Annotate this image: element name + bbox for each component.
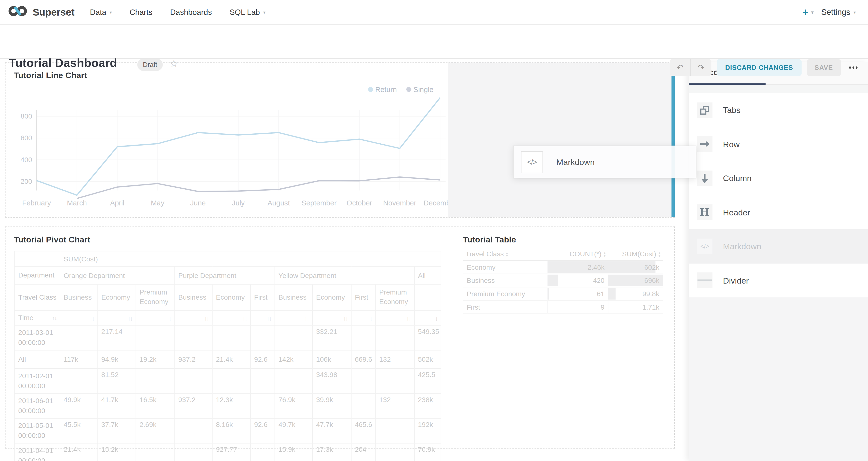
pivot-value-cell (250, 393, 275, 418)
active-tab-underline (689, 83, 766, 85)
pivot-value-cell: 502k (414, 350, 441, 369)
svg-text:June: June (190, 199, 206, 207)
component-item-header[interactable]: HHeader (689, 195, 868, 229)
nav-right: + ▾ Settings ▾ (802, 6, 868, 18)
header-icon: H (697, 205, 713, 220)
pivot-value-cell (60, 369, 98, 393)
pivot-subcolumn-header: Premium Economy (376, 284, 414, 310)
pivot-value-cell: 12.3k (212, 393, 250, 418)
favorite-star-icon[interactable]: ☆ (169, 58, 178, 70)
divider-icon (697, 273, 713, 288)
sort-icon[interactable]: ↑↓ (368, 315, 372, 321)
pivot-subcolumn-header: Business (60, 284, 98, 310)
pivot-value-cell: 927.77 (212, 443, 250, 461)
dragged-markdown-card[interactable]: </> Markdown (513, 146, 696, 178)
chevron-down-icon: ▾ (811, 10, 813, 14)
pivot-value-cell (250, 326, 275, 350)
pivot-value-cell: 669.6 (351, 350, 375, 369)
pivot-value-cell (60, 326, 98, 350)
pivot-value-cell (136, 326, 175, 350)
more-options-button[interactable] (849, 67, 858, 69)
sort-icon[interactable]: ↑↓ (242, 315, 247, 321)
settings-menu[interactable]: Settings ▾ (821, 8, 856, 17)
pivot-value-cell: 16.5k (136, 393, 175, 418)
pivot-time-header[interactable]: Time↑↓ (14, 310, 60, 325)
pivot-value-cell: 49.9k (60, 393, 98, 418)
line-chart-svg: 200400600800FebruaryMarchAprilMayJuneJul… (6, 81, 448, 215)
pivot-value-cell: 39.9k (312, 393, 351, 418)
sort-icon[interactable]: ↑↓ (343, 315, 347, 321)
sort-icon[interactable]: ↑↓ (52, 315, 57, 321)
pivot-value-cell: 142k (275, 350, 312, 369)
chart-title: Tutorial Line Chart (14, 70, 87, 80)
component-item-markdown[interactable]: </>Markdown (689, 229, 868, 264)
sort-icon[interactable]: ↑↓ (204, 315, 209, 321)
pivot-all-header: All (414, 267, 441, 284)
pivot-value-cell: 549.35 (414, 326, 441, 350)
save-button[interactable]: SAVE (807, 59, 841, 76)
chevron-down-icon: ▾ (854, 10, 856, 14)
pivot-corner (14, 251, 60, 267)
component-item-column[interactable]: Column (689, 161, 868, 195)
drag-label: Markdown (556, 157, 594, 167)
dashboard-title[interactable]: Tutorial Dashboard (9, 57, 117, 70)
pivot-value-cell (351, 326, 375, 350)
pivot-value-cell: 465.6 (351, 419, 375, 443)
superset-infinity-icon (8, 4, 28, 20)
sort-icon[interactable]: ↑↓ (406, 315, 411, 321)
table-row: First91.71k (463, 300, 662, 314)
svg-text:800: 800 (21, 112, 32, 120)
pivot-value-cell: 937.2 (175, 350, 212, 369)
nav-item-data[interactable]: Data▾ (90, 8, 112, 17)
pivot-value-cell: 132 (376, 350, 414, 369)
travel-class-cell: Business (463, 274, 548, 287)
sort-icon: ▴▾ (658, 251, 660, 257)
row-empty-area (448, 63, 674, 217)
sort-desc-icon[interactable]: ↓ (435, 315, 437, 321)
svg-text:400: 400 (21, 156, 32, 163)
table-row: Premium Economy6199.8k (463, 287, 662, 301)
svg-text:November: November (383, 199, 416, 207)
new-item-button[interactable]: + ▾ (802, 6, 813, 18)
svg-text:200: 200 (21, 178, 32, 185)
column-icon (697, 171, 713, 186)
sort-icon[interactable]: ↑↓ (304, 315, 309, 321)
nav-item-dashboards[interactable]: Dashboards (170, 8, 212, 17)
sort-icon[interactable]: ↑↓ (167, 315, 171, 321)
pivot-subcolumn-header: Premium Economy (136, 284, 175, 310)
pivot-row-label: All (14, 350, 60, 369)
svg-text:March: March (67, 199, 87, 207)
pivot-value-cell (250, 369, 275, 393)
pivot-value-cell: 192k (414, 419, 441, 443)
value-bar (548, 301, 548, 313)
component-item-tabs[interactable]: Tabs (689, 93, 868, 127)
chevron-down-icon: ▾ (263, 10, 266, 14)
pivot-value-cell (376, 419, 414, 443)
dashboard-header: Tutorial Dashboard Draft ☆ ↶ ↷ DISCARD C… (0, 24, 868, 59)
redo-button[interactable]: ↷ (690, 59, 711, 76)
nav-item-sql-lab[interactable]: SQL Lab▾ (230, 8, 266, 17)
pivot-value-cell: 37.7k (98, 419, 136, 443)
markdown-icon: </> (697, 239, 713, 254)
pivot-value-cell (351, 369, 375, 393)
component-item-divider[interactable]: Divider (689, 264, 868, 298)
pivot-value-cell: 2.69k (136, 419, 175, 443)
sort-icon[interactable]: ↑↓ (267, 315, 271, 321)
undo-button[interactable]: ↶ (670, 59, 690, 76)
column-header-travel-class[interactable]: Travel Class▴▾ (463, 248, 548, 260)
pivot-value-cell: 937.2 (175, 393, 212, 418)
nav-item-charts[interactable]: Charts (129, 8, 152, 17)
column-header-sum-cost[interactable]: SUM(Cost)▴▾ (608, 248, 662, 260)
superset-logo[interactable]: Superset (8, 4, 74, 20)
pivot-value-cell (376, 369, 414, 393)
pivot-row-label: 2011-06-01 00:00:00 (14, 393, 60, 418)
pivot-value-cell (212, 369, 250, 393)
component-item-row[interactable]: Row (689, 127, 868, 161)
table-chart-card: Tutorial Table Travel Class▴▾COUNT(*)▴▾S… (455, 227, 663, 447)
sort-icon[interactable]: ↑↓ (128, 315, 132, 321)
column-header-count[interactable]: COUNT(*)▴▾ (548, 248, 608, 260)
pivot-value-cell: 343.98 (312, 369, 351, 393)
sort-icon[interactable]: ↑↓ (90, 315, 94, 321)
discard-changes-button[interactable]: DISCARD CHANGES (717, 59, 801, 76)
pivot-value-cell (212, 326, 250, 350)
